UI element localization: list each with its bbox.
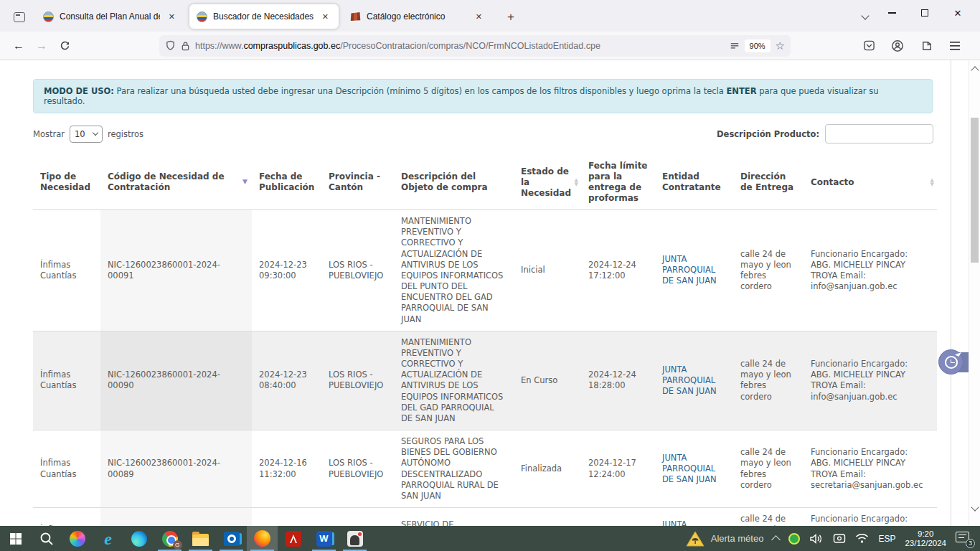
clock-date: 23/12/2024	[905, 539, 946, 548]
table-row: Ínfimas Cuantías NIC-1260023860001-2024-…	[33, 430, 937, 508]
ecuador-favicon-icon	[43, 11, 54, 22]
taskbar-clock[interactable]: 9:20 23/12/2024	[905, 529, 946, 548]
cell-codigo: NIC-1260023860001-2024-00091	[100, 210, 252, 331]
windows-logo-icon	[9, 532, 22, 545]
table-row: Ínfimas Cuantías NIC-1260023860001-2024-…	[33, 331, 937, 430]
entity-link[interactable]: JUNTA PARROQUIAL DE SAN JUAN	[662, 364, 717, 396]
zoom-level-button[interactable]: 90%	[745, 39, 771, 52]
timer-extension-button[interactable]	[938, 349, 967, 375]
col-header-direccion[interactable]: Dirección de Entrega	[733, 155, 804, 210]
scrollbar-thumb[interactable]	[971, 118, 979, 263]
tab-close-button[interactable]: ✕	[473, 11, 485, 23]
tab-plan-anual[interactable]: Consulta del Plan Anual de Con ✕	[36, 4, 185, 29]
taskbar-search-button[interactable]	[31, 526, 62, 551]
entity-link[interactable]: JUNTA PARROQUIAL DE SAN JUAN	[662, 254, 717, 286]
col-header-estado[interactable]: Estado de la Necesidad▲▼	[514, 155, 581, 210]
col-header-entidad[interactable]: Entidad Contratante	[655, 155, 733, 210]
tab-close-button[interactable]: ✕	[319, 11, 331, 23]
meet-now-icon[interactable]	[833, 533, 846, 544]
account-button[interactable]	[888, 37, 907, 55]
tab-catalogo[interactable]: Catálogo electrónico ✕	[343, 4, 492, 29]
reader-view-icon[interactable]	[730, 41, 740, 51]
taskbar-ie-button[interactable]: e	[93, 526, 123, 551]
col-header-fecha-limite[interactable]: Fecha límite para la entrega de proforma…	[581, 155, 655, 210]
app-menu-button[interactable]	[946, 37, 964, 55]
col-header-provincia[interactable]: Provincia - Cantón	[321, 155, 394, 210]
catalogo-favicon-icon	[350, 11, 361, 22]
firefox-view-icon	[14, 12, 25, 22]
edge-icon	[131, 531, 147, 547]
ecuador-favicon-icon	[197, 11, 207, 22]
clock-icon	[945, 356, 958, 369]
firefox-view-button[interactable]	[9, 6, 30, 28]
bookmark-star-icon[interactable]: ☆	[776, 39, 785, 52]
antivirus-tray-icon[interactable]	[788, 533, 800, 545]
tab-title: Consulta del Plan Anual de Con	[60, 11, 160, 22]
show-label: Mostrar	[33, 129, 65, 139]
taskbar-edge-button[interactable]	[123, 526, 154, 551]
close-window-button[interactable]: ✕	[941, 1, 974, 25]
col-header-codigo[interactable]: Código de Necesidad de Contratación▼	[100, 155, 252, 210]
taskbar-copilot-button[interactable]	[62, 526, 93, 551]
cell-provincia: LOS RIOS - PUEBLOVIEJO	[321, 331, 394, 430]
action-center-button[interactable]: 3	[956, 532, 973, 546]
page-scrollbar[interactable]	[969, 60, 980, 526]
taskbar-outlook-button[interactable]	[216, 526, 247, 551]
cell-fecha-publicacion: 2024-12-23 09:30:00	[252, 210, 321, 331]
windows-taskbar: e G W Alerta méteo	[0, 526, 980, 551]
scroll-up-icon[interactable]	[971, 66, 979, 74]
taskbar-chrome-button[interactable]: G	[154, 526, 185, 551]
page-size-value: 10	[75, 129, 85, 139]
tray-expand-chevron-icon[interactable]	[772, 535, 781, 545]
scroll-down-icon[interactable]	[971, 503, 979, 511]
new-tab-button[interactable]: +	[501, 7, 521, 27]
usage-notice-banner: MODO DE USO: Para realizar una búsqueda …	[33, 79, 933, 113]
cell-direccion: calle 24 de mayo y leon febres cordero	[733, 331, 804, 430]
product-description-input[interactable]	[825, 124, 933, 143]
misc-app-icon	[347, 531, 363, 547]
cell-codigo: NIC-1260023860001-2024-00090	[100, 331, 252, 430]
cell-entidad: JUNTA PARROQUIAL DE SAN JUAN	[655, 430, 733, 508]
col-header-label: Código de Necesidad de Contratación	[108, 171, 225, 192]
minimize-button[interactable]	[875, 1, 908, 25]
forward-button[interactable]: →	[30, 35, 53, 57]
col-header-contacto[interactable]: Contacto▲▼	[804, 155, 937, 210]
reload-button[interactable]	[53, 35, 76, 57]
lock-icon[interactable]	[181, 41, 190, 51]
clock-time: 9:20	[905, 529, 946, 539]
search-icon	[39, 532, 54, 546]
pocket-button[interactable]	[859, 37, 878, 55]
col-header-descripcion[interactable]: Descripción del Objeto de compra	[394, 155, 514, 210]
list-all-tabs-button[interactable]	[855, 7, 875, 27]
url-bar[interactable]: https://www.compraspublicas.gob.ec/Proce…	[159, 35, 791, 57]
extension-button[interactable]	[917, 37, 936, 55]
notice-text: Para realizar una búsqueda usted debe in…	[114, 86, 727, 96]
weather-widget[interactable]: Alerta méteo	[686, 531, 764, 547]
internet-explorer-icon: e	[104, 531, 112, 547]
taskbar-word-button[interactable]: W	[308, 526, 339, 551]
col-header-tipo[interactable]: Tipo de Necesidad	[33, 155, 100, 210]
col-header-fecha-publicacion[interactable]: Fecha de Publicación	[252, 155, 321, 210]
system-tray: Alerta méteo ESP 9:20 23/12/2024 3	[686, 526, 980, 551]
taskbar-acrobat-button[interactable]	[278, 526, 308, 551]
word-icon: W	[316, 531, 332, 547]
cell-estado: Finalizada	[514, 430, 581, 508]
cell-contacto: Funcionario Encargado: ABG. MICHELLY PIN…	[804, 210, 937, 331]
shield-permissions-icon[interactable]	[165, 40, 176, 51]
url-path: /ProcesoContratacion/compras/NCO/FrmNCOL…	[340, 41, 600, 51]
taskbar-explorer-button[interactable]	[185, 526, 216, 551]
tab-close-button[interactable]: ✕	[166, 11, 178, 23]
taskbar-misc-app-button[interactable]	[339, 526, 370, 551]
taskbar-firefox-button[interactable]	[247, 526, 278, 551]
wifi-icon[interactable]	[855, 533, 869, 544]
entity-link[interactable]: JUNTA PARROQUIAL DE SAN JUAN	[662, 453, 717, 484]
volume-icon[interactable]	[809, 533, 824, 545]
keyboard-language-indicator[interactable]: ESP	[878, 534, 895, 544]
file-explorer-icon	[192, 534, 209, 546]
page-size-select[interactable]: 10	[70, 126, 103, 143]
maximize-button[interactable]	[908, 1, 941, 25]
entity-link[interactable]: JUNTA PARROQUIAL DE SAN JUAN	[662, 519, 717, 526]
back-button[interactable]: ←	[7, 35, 30, 57]
start-button[interactable]	[0, 526, 31, 551]
tab-buscador-necesidades[interactable]: Buscador de Necesidades de Co ✕	[189, 4, 339, 29]
